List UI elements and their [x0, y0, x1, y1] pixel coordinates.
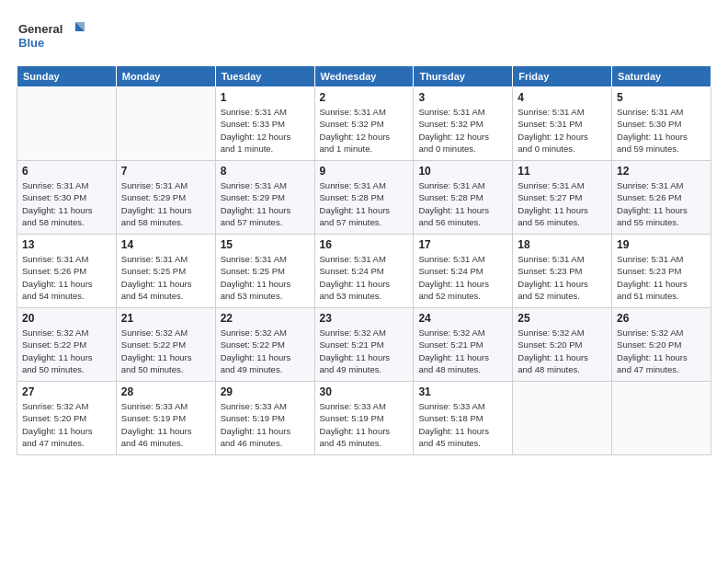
day-number: 9 [320, 165, 409, 178]
day-info: Sunrise: 5:32 AMSunset: 5:20 PMDaylight:… [22, 400, 111, 449]
calendar-day-cell: 12Sunrise: 5:31 AMSunset: 5:26 PMDayligh… [612, 161, 711, 235]
calendar-day-cell: 27Sunrise: 5:32 AMSunset: 5:20 PMDayligh… [17, 382, 117, 455]
calendar-day-cell: 18Sunrise: 5:31 AMSunset: 5:23 PMDayligh… [513, 235, 612, 308]
calendar-day-cell: 29Sunrise: 5:33 AMSunset: 5:19 PMDayligh… [215, 382, 314, 455]
day-info: Sunrise: 5:31 AMSunset: 5:26 PMDaylight:… [22, 253, 111, 302]
day-info: Sunrise: 5:32 AMSunset: 5:22 PMDaylight:… [121, 327, 210, 375]
day-info: Sunrise: 5:32 AMSunset: 5:22 PMDaylight:… [22, 327, 111, 375]
generalblue-logo: General Blue [17, 17, 90, 58]
calendar-header-cell: Saturday [612, 66, 711, 87]
day-info: Sunrise: 5:31 AMSunset: 5:24 PMDaylight:… [320, 253, 409, 302]
day-number: 4 [518, 91, 607, 104]
svg-text:General: General [18, 22, 63, 36]
day-info: Sunrise: 5:31 AMSunset: 5:30 PMDaylight:… [617, 106, 706, 155]
calendar-week-row: 20Sunrise: 5:32 AMSunset: 5:22 PMDayligh… [17, 308, 711, 382]
day-number: 16 [320, 238, 409, 251]
calendar-day-cell [612, 382, 711, 455]
day-info: Sunrise: 5:33 AMSunset: 5:19 PMDaylight:… [320, 400, 409, 449]
day-info: Sunrise: 5:31 AMSunset: 5:27 PMDaylight:… [518, 179, 607, 228]
calendar-day-cell: 24Sunrise: 5:32 AMSunset: 5:21 PMDayligh… [414, 308, 513, 382]
calendar-header-cell: Thursday [414, 66, 513, 87]
day-number: 5 [617, 91, 706, 104]
day-info: Sunrise: 5:33 AMSunset: 5:19 PMDaylight:… [221, 400, 310, 449]
day-info: Sunrise: 5:32 AMSunset: 5:20 PMDaylight:… [518, 327, 607, 375]
calendar-header-cell: Monday [116, 66, 215, 87]
calendar-day-cell: 4Sunrise: 5:31 AMSunset: 5:31 PMDaylight… [513, 87, 612, 161]
calendar-day-cell: 2Sunrise: 5:31 AMSunset: 5:32 PMDaylight… [314, 87, 414, 161]
day-info: Sunrise: 5:31 AMSunset: 5:23 PMDaylight:… [518, 253, 607, 302]
calendar-week-row: 1Sunrise: 5:31 AMSunset: 5:33 PMDaylight… [17, 87, 711, 161]
calendar-day-cell: 5Sunrise: 5:31 AMSunset: 5:30 PMDaylight… [612, 87, 711, 161]
calendar-day-cell: 9Sunrise: 5:31 AMSunset: 5:28 PMDaylight… [314, 161, 414, 235]
day-info: Sunrise: 5:31 AMSunset: 5:25 PMDaylight:… [221, 253, 310, 302]
calendar-day-cell: 3Sunrise: 5:31 AMSunset: 5:32 PMDaylight… [414, 87, 513, 161]
day-number: 17 [418, 238, 507, 251]
day-info: Sunrise: 5:32 AMSunset: 5:20 PMDaylight:… [617, 327, 706, 375]
day-number: 18 [518, 238, 607, 251]
calendar-day-cell: 16Sunrise: 5:31 AMSunset: 5:24 PMDayligh… [314, 235, 414, 308]
day-info: Sunrise: 5:31 AMSunset: 5:28 PMDaylight:… [418, 179, 507, 228]
page-header: General Blue [17, 17, 711, 58]
day-info: Sunrise: 5:33 AMSunset: 5:18 PMDaylight:… [418, 400, 507, 449]
calendar-day-cell: 14Sunrise: 5:31 AMSunset: 5:25 PMDayligh… [116, 235, 215, 308]
calendar-week-row: 27Sunrise: 5:32 AMSunset: 5:20 PMDayligh… [17, 382, 711, 455]
day-info: Sunrise: 5:31 AMSunset: 5:26 PMDaylight:… [617, 179, 706, 228]
calendar-day-cell: 23Sunrise: 5:32 AMSunset: 5:21 PMDayligh… [314, 308, 414, 382]
calendar-day-cell: 26Sunrise: 5:32 AMSunset: 5:20 PMDayligh… [612, 308, 711, 382]
day-info: Sunrise: 5:31 AMSunset: 5:31 PMDaylight:… [518, 106, 607, 155]
calendar-header-cell: Tuesday [215, 66, 314, 87]
day-number: 26 [617, 312, 706, 325]
calendar-day-cell [116, 87, 215, 161]
day-info: Sunrise: 5:31 AMSunset: 5:29 PMDaylight:… [221, 179, 310, 228]
day-number: 19 [617, 238, 706, 251]
calendar-day-cell: 11Sunrise: 5:31 AMSunset: 5:27 PMDayligh… [513, 161, 612, 235]
day-info: Sunrise: 5:31 AMSunset: 5:24 PMDaylight:… [418, 253, 507, 302]
day-number: 21 [121, 312, 210, 325]
day-info: Sunrise: 5:31 AMSunset: 5:32 PMDaylight:… [320, 106, 409, 155]
day-info: Sunrise: 5:31 AMSunset: 5:30 PMDaylight:… [22, 179, 111, 228]
calendar-header-cell: Sunday [17, 66, 117, 87]
day-number: 1 [221, 91, 310, 104]
calendar-week-row: 13Sunrise: 5:31 AMSunset: 5:26 PMDayligh… [17, 235, 711, 308]
logo: General Blue [17, 17, 90, 58]
calendar-day-cell: 21Sunrise: 5:32 AMSunset: 5:22 PMDayligh… [116, 308, 215, 382]
calendar-header-row: SundayMondayTuesdayWednesdayThursdayFrid… [17, 66, 711, 87]
calendar-day-cell [17, 87, 117, 161]
calendar-day-cell: 1Sunrise: 5:31 AMSunset: 5:33 PMDaylight… [215, 87, 314, 161]
day-number: 27 [22, 385, 111, 398]
day-info: Sunrise: 5:32 AMSunset: 5:22 PMDaylight:… [221, 327, 310, 375]
svg-text:Blue: Blue [18, 36, 44, 50]
day-number: 14 [121, 238, 210, 251]
calendar-week-row: 6Sunrise: 5:31 AMSunset: 5:30 PMDaylight… [17, 161, 711, 235]
calendar-day-cell: 8Sunrise: 5:31 AMSunset: 5:29 PMDaylight… [215, 161, 314, 235]
calendar-page: General Blue SundayMondayTuesdayWednesda… [0, 0, 728, 563]
day-number: 2 [320, 91, 409, 104]
day-number: 6 [22, 165, 111, 178]
calendar-day-cell: 20Sunrise: 5:32 AMSunset: 5:22 PMDayligh… [17, 308, 117, 382]
day-info: Sunrise: 5:31 AMSunset: 5:29 PMDaylight:… [121, 179, 210, 228]
calendar-day-cell: 19Sunrise: 5:31 AMSunset: 5:23 PMDayligh… [612, 235, 711, 308]
calendar-header-cell: Friday [513, 66, 612, 87]
day-number: 24 [418, 312, 507, 325]
day-number: 13 [22, 238, 111, 251]
calendar-day-cell: 25Sunrise: 5:32 AMSunset: 5:20 PMDayligh… [513, 308, 612, 382]
day-info: Sunrise: 5:31 AMSunset: 5:23 PMDaylight:… [617, 253, 706, 302]
calendar-header-cell: Wednesday [314, 66, 414, 87]
day-info: Sunrise: 5:33 AMSunset: 5:19 PMDaylight:… [121, 400, 210, 449]
day-number: 30 [320, 385, 409, 398]
calendar-day-cell: 22Sunrise: 5:32 AMSunset: 5:22 PMDayligh… [215, 308, 314, 382]
calendar-day-cell: 17Sunrise: 5:31 AMSunset: 5:24 PMDayligh… [414, 235, 513, 308]
calendar-day-cell: 15Sunrise: 5:31 AMSunset: 5:25 PMDayligh… [215, 235, 314, 308]
day-info: Sunrise: 5:32 AMSunset: 5:21 PMDaylight:… [418, 327, 507, 375]
day-info: Sunrise: 5:31 AMSunset: 5:25 PMDaylight:… [121, 253, 210, 302]
day-number: 20 [22, 312, 111, 325]
day-number: 12 [617, 165, 706, 178]
day-info: Sunrise: 5:31 AMSunset: 5:33 PMDaylight:… [221, 106, 310, 155]
day-number: 15 [221, 238, 310, 251]
calendar-day-cell: 31Sunrise: 5:33 AMSunset: 5:18 PMDayligh… [414, 382, 513, 455]
calendar-day-cell: 10Sunrise: 5:31 AMSunset: 5:28 PMDayligh… [414, 161, 513, 235]
day-info: Sunrise: 5:32 AMSunset: 5:21 PMDaylight:… [320, 327, 409, 375]
calendar-day-cell: 28Sunrise: 5:33 AMSunset: 5:19 PMDayligh… [116, 382, 215, 455]
calendar-day-cell: 30Sunrise: 5:33 AMSunset: 5:19 PMDayligh… [314, 382, 414, 455]
day-number: 28 [121, 385, 210, 398]
